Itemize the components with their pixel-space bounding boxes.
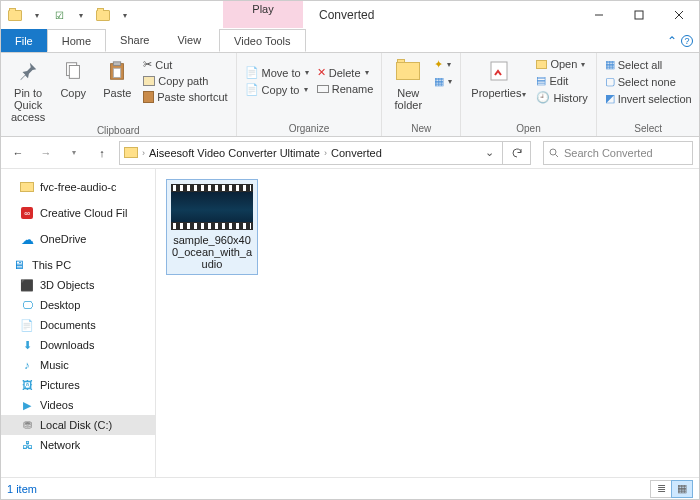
svg-rect-1 bbox=[635, 11, 643, 19]
copy-button[interactable]: Copy bbox=[53, 55, 93, 101]
documents-icon: 📄 bbox=[19, 319, 35, 332]
file-item[interactable]: sample_960x400_ocean_with_audio bbox=[166, 179, 258, 275]
refresh-button[interactable] bbox=[503, 141, 531, 165]
group-label: Select bbox=[603, 123, 694, 136]
invert-icon: ◩ bbox=[605, 92, 615, 105]
close-button[interactable] bbox=[659, 1, 699, 29]
qat-down-icon[interactable]: ▾ bbox=[27, 5, 47, 25]
nav-item-documents[interactable]: 📄Documents bbox=[1, 315, 155, 335]
contextual-tab-header: Play bbox=[223, 1, 303, 29]
group-new: New folder ✦▾ ▦▾ New bbox=[382, 53, 461, 136]
group-clipboard: Pin to Quick access Copy Paste ✂Cut Copy… bbox=[1, 53, 237, 136]
thumbnails-view-button[interactable]: ▦ bbox=[671, 480, 693, 498]
nav-item-local-disk[interactable]: ⛃Local Disk (C:) bbox=[1, 415, 155, 435]
group-label: Open bbox=[467, 123, 589, 136]
edit-icon: ▤ bbox=[536, 74, 546, 87]
nav-item-3d-objects[interactable]: ⬛3D Objects bbox=[1, 275, 155, 295]
new-item-icon: ✦ bbox=[434, 58, 443, 71]
rename-button[interactable]: Rename bbox=[315, 82, 376, 96]
window-title: Converted bbox=[303, 1, 579, 29]
breadcrumb-segment[interactable]: Converted bbox=[331, 147, 382, 159]
qat-properties-icon[interactable]: ☑ bbox=[49, 5, 69, 25]
invert-selection-button[interactable]: ◩Invert selection bbox=[603, 91, 694, 106]
nav-item-network[interactable]: 🖧Network bbox=[1, 435, 155, 455]
search-input[interactable]: Search Converted bbox=[543, 141, 693, 165]
video-thumbnail bbox=[171, 184, 253, 230]
copy-path-button[interactable]: Copy path bbox=[141, 74, 229, 88]
tab-view[interactable]: View bbox=[163, 29, 215, 52]
nav-item-desktop[interactable]: 🖵Desktop bbox=[1, 295, 155, 315]
open-button[interactable]: Open▾ bbox=[534, 57, 589, 71]
edit-button[interactable]: ▤Edit bbox=[534, 73, 589, 88]
help-icon[interactable]: ? bbox=[681, 35, 693, 47]
qat-overflow-icon[interactable]: ▾ bbox=[115, 5, 135, 25]
svg-rect-7 bbox=[114, 62, 121, 66]
history-button[interactable]: 🕘History bbox=[534, 90, 589, 105]
address-dropdown-icon[interactable]: ⌄ bbox=[481, 146, 498, 159]
file-name: sample_960x400_ocean_with_audio bbox=[171, 234, 253, 270]
explorer-body: fvc-free-audio-c ∞Creative Cloud Fil ☁On… bbox=[1, 169, 699, 477]
back-button[interactable]: ← bbox=[7, 142, 29, 164]
group-select: ▦Select all ▢Select none ◩Invert selecti… bbox=[597, 53, 700, 136]
group-open: Properties▾ Open▾ ▤Edit 🕘History Open bbox=[461, 53, 596, 136]
new-folder-button[interactable]: New folder bbox=[388, 55, 428, 113]
address-bar[interactable]: › Aiseesoft Video Converter Ultimate › C… bbox=[119, 141, 503, 165]
new-item-button[interactable]: ✦▾ bbox=[432, 57, 454, 72]
explorer-window: ▾ ☑ ▾ ▾ Play Converted File Home Share V… bbox=[0, 0, 700, 500]
desktop-icon: 🖵 bbox=[19, 299, 35, 312]
easy-access-button[interactable]: ▦▾ bbox=[432, 74, 454, 89]
properties-button[interactable]: Properties▾ bbox=[467, 55, 530, 103]
navigation-row: ← → ▾ ↑ › Aiseesoft Video Converter Ulti… bbox=[1, 137, 699, 169]
ribbon-collapse-icon[interactable]: ⌃ bbox=[667, 34, 677, 48]
delete-icon: ✕ bbox=[317, 66, 326, 79]
item-count: 1 item bbox=[7, 483, 37, 495]
open-icon bbox=[536, 60, 547, 69]
pc-icon: 🖥 bbox=[11, 259, 27, 272]
svg-line-11 bbox=[556, 154, 559, 157]
copy-to-button[interactable]: 📄Copy to▾ bbox=[243, 82, 311, 97]
nav-item-videos[interactable]: ▶Videos bbox=[1, 395, 155, 415]
navigation-pane: fvc-free-audio-c ∞Creative Cloud Fil ☁On… bbox=[1, 169, 156, 477]
breadcrumb-segment[interactable]: Aiseesoft Video Converter Ultimate bbox=[149, 147, 320, 159]
copy-icon bbox=[59, 57, 87, 85]
shortcut-icon bbox=[143, 91, 154, 103]
nav-item-this-pc[interactable]: 🖥This PC bbox=[1, 255, 155, 275]
recent-locations-icon[interactable]: ▾ bbox=[63, 142, 85, 164]
tab-file[interactable]: File bbox=[1, 29, 47, 52]
select-all-button[interactable]: ▦Select all bbox=[603, 57, 694, 72]
move-to-button[interactable]: 📄Move to▾ bbox=[243, 65, 311, 80]
nav-item-onedrive[interactable]: ☁OneDrive bbox=[1, 229, 155, 249]
maximize-button[interactable] bbox=[619, 1, 659, 29]
pictures-icon: 🖼 bbox=[19, 379, 35, 392]
nav-item-creative-cloud[interactable]: ∞Creative Cloud Fil bbox=[1, 203, 155, 223]
minimize-button[interactable] bbox=[579, 1, 619, 29]
nav-item-downloads[interactable]: ⬇Downloads bbox=[1, 335, 155, 355]
nav-item-pictures[interactable]: 🖼Pictures bbox=[1, 375, 155, 395]
window-controls bbox=[579, 1, 699, 29]
nav-item-folder[interactable]: fvc-free-audio-c bbox=[1, 177, 155, 197]
nav-item-music[interactable]: ♪Music bbox=[1, 355, 155, 375]
delete-button[interactable]: ✕Delete▾ bbox=[315, 65, 376, 80]
qat-folder-icon[interactable] bbox=[93, 5, 113, 25]
title-bar: ▾ ☑ ▾ ▾ Play Converted bbox=[1, 1, 699, 29]
tab-home[interactable]: Home bbox=[47, 29, 106, 52]
cut-button[interactable]: ✂Cut bbox=[141, 57, 229, 72]
paste-button[interactable]: Paste bbox=[97, 55, 137, 101]
forward-button[interactable]: → bbox=[35, 142, 57, 164]
group-label: New bbox=[388, 123, 454, 136]
details-view-button[interactable]: ≣ bbox=[650, 480, 672, 498]
chevron-right-icon[interactable]: › bbox=[324, 148, 327, 158]
downloads-icon: ⬇ bbox=[19, 339, 35, 352]
select-none-button[interactable]: ▢Select none bbox=[603, 74, 694, 89]
file-list[interactable]: sample_960x400_ocean_with_audio bbox=[156, 169, 699, 477]
pin-quick-access-button[interactable]: Pin to Quick access bbox=[7, 55, 49, 125]
paste-shortcut-button[interactable]: Paste shortcut bbox=[141, 90, 229, 104]
qat-down-icon[interactable]: ▾ bbox=[71, 5, 91, 25]
qat-folder-icon[interactable] bbox=[5, 5, 25, 25]
videos-icon: ▶ bbox=[19, 399, 35, 412]
tab-share[interactable]: Share bbox=[106, 29, 163, 52]
up-button[interactable]: ↑ bbox=[91, 142, 113, 164]
disk-icon: ⛃ bbox=[19, 419, 35, 432]
chevron-right-icon[interactable]: › bbox=[142, 148, 145, 158]
tab-video-tools[interactable]: Video Tools bbox=[219, 29, 305, 52]
